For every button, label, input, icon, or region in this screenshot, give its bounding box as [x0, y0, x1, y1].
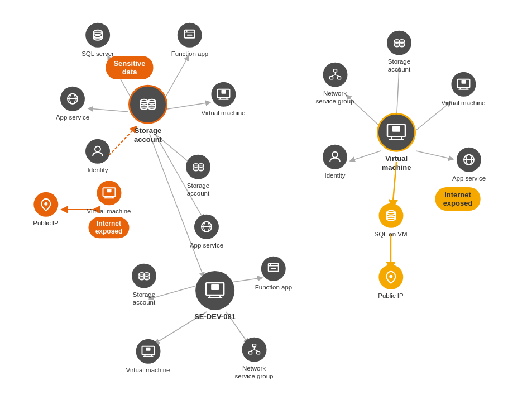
svg-rect-73 [146, 348, 150, 351]
node-sql-on-vm[interactable]: SQL on VM [374, 203, 407, 238]
node-storage-account-center[interactable]: Storage account [123, 85, 173, 145]
svg-rect-58 [211, 284, 219, 290]
node-identity-right[interactable]: Identity [323, 145, 347, 179]
svg-rect-95 [329, 77, 333, 79]
svg-rect-84 [392, 126, 400, 132]
node-sql-server[interactable]: SQL server [82, 23, 114, 58]
node-publicip-left[interactable]: Public IP [33, 192, 58, 227]
node-storage-mid[interactable]: Storageaccount [186, 155, 210, 198]
svg-point-112 [389, 275, 392, 278]
svg-line-82 [254, 350, 258, 352]
svg-line-17 [416, 151, 453, 159]
badge-internet-exposed-right: Internetexposed [435, 186, 481, 211]
svg-rect-68 [269, 264, 279, 272]
node-app-service-mid[interactable]: App service [190, 215, 223, 249]
node-app-service-left[interactable]: App service [56, 87, 89, 121]
svg-line-16 [350, 151, 381, 161]
node-storage-top-right[interactable]: Storage account [377, 31, 421, 74]
svg-rect-101 [461, 80, 466, 84]
node-vm-bottom[interactable]: Virtual machine [126, 339, 170, 374]
svg-line-81 [250, 350, 254, 352]
svg-rect-78 [248, 352, 252, 354]
node-vm-center-right[interactable]: Virtualmachine [377, 113, 416, 173]
svg-rect-94 [333, 69, 337, 72]
svg-rect-34 [221, 90, 226, 94]
svg-point-41 [95, 146, 100, 152]
node-app-service-right[interactable]: App service [452, 148, 486, 182]
svg-line-98 [331, 75, 335, 77]
svg-rect-44 [107, 189, 111, 192]
badge-sensitive-data: Sensitivedata [106, 55, 153, 79]
svg-rect-32 [187, 35, 193, 36]
node-vm-right[interactable]: Virtual machine [441, 72, 485, 107]
node-function-app-bottom[interactable]: Function app [255, 257, 293, 291]
node-function-app-top[interactable]: Function app [171, 23, 209, 58]
node-vm-top-left[interactable]: Virtual machine [201, 82, 245, 117]
svg-point-42 [44, 202, 47, 206]
graph-canvas: Storage account Sensitivedata SQL server… [0, 0, 532, 394]
node-storage-bottom[interactable]: Storageaccount [132, 264, 156, 307]
node-network-top-right[interactable]: Networkservice group [315, 63, 354, 106]
svg-rect-77 [252, 344, 256, 347]
svg-point-105 [332, 152, 338, 158]
svg-line-99 [335, 75, 339, 77]
badge-internet-exposed-left: Internetexposed [89, 217, 130, 239]
node-identity-left[interactable]: Identity [85, 139, 110, 174]
svg-rect-71 [271, 268, 276, 269]
svg-rect-96 [337, 77, 341, 79]
svg-rect-29 [185, 30, 195, 38]
node-publicip-right[interactable]: Public IP [378, 265, 403, 300]
svg-rect-79 [256, 352, 260, 354]
node-vm-left[interactable]: Virtual machine Internetexposed [87, 181, 131, 238]
node-network-bottom[interactable]: Networkservice group [234, 338, 273, 381]
node-se-dev-081[interactable]: SE-DEV-081 [194, 271, 236, 321]
